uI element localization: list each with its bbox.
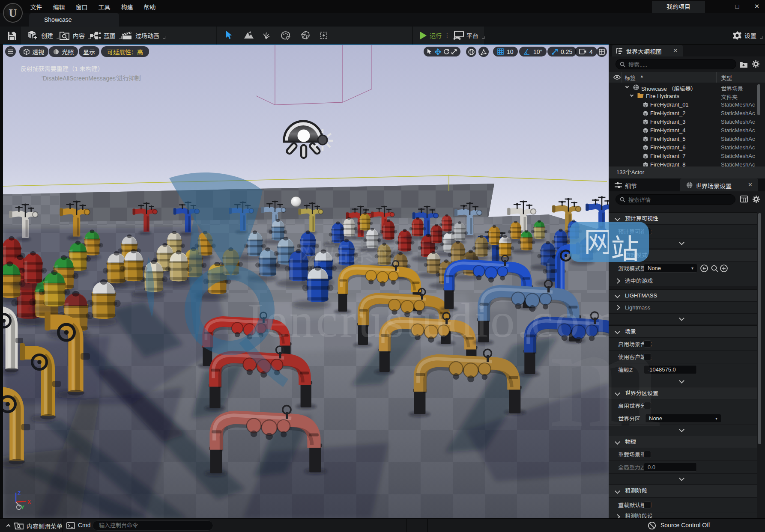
svg-text:网站素材: 网站素材 [298, 238, 400, 267]
svg-text:网: 网 [584, 226, 609, 258]
